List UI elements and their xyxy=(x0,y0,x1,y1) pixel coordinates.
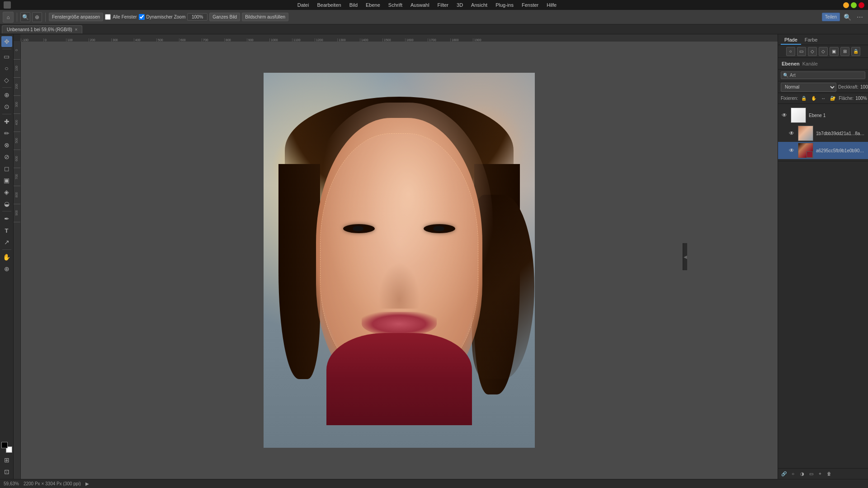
zoom-in-button[interactable]: ⊕ xyxy=(32,12,42,22)
circle-shape-icon[interactable]: ○ xyxy=(786,47,795,56)
sublayer-info-2: a6295cc5fb9b1e0b90e66b8125d1be7 xyxy=(816,148,865,153)
ruler-mark: -100 xyxy=(21,38,43,42)
tab-close-button[interactable]: × xyxy=(75,27,78,32)
tab-farbe[interactable]: Farbe xyxy=(801,36,821,45)
diamond-shape-icon[interactable]: ◇ xyxy=(808,47,817,56)
eyedropper-tool[interactable]: ⊙ xyxy=(1,101,12,112)
maximize-button[interactable] xyxy=(851,2,857,8)
crop-tool[interactable]: ⊕ xyxy=(1,89,12,100)
quick-select-tool[interactable]: ◇ xyxy=(1,75,12,85)
more-shape-icon[interactable]: ◇ xyxy=(819,47,828,56)
menu-hilfe[interactable]: Hilfe xyxy=(543,1,560,9)
ruler-v-mark: 0 xyxy=(14,42,20,60)
dynamic-zoom-checkbox[interactable]: Dynamischer Zoom xyxy=(139,14,186,20)
lock-layer-icon[interactable]: 🔒 xyxy=(851,47,860,56)
rect-shape-icon[interactable]: ▭ xyxy=(797,47,806,56)
arrow-status[interactable]: ▶ xyxy=(85,481,89,486)
minimize-button[interactable] xyxy=(843,2,849,8)
menu-bearbeiten[interactable]: Bearbeiten xyxy=(313,1,344,9)
artboard-icon[interactable]: ⊞ xyxy=(840,47,849,56)
fit-window-button[interactable]: Fenstergröße anpassen xyxy=(49,13,103,21)
search-global-button[interactable]: 🔍 xyxy=(842,12,853,23)
dynamic-zoom-input[interactable] xyxy=(139,14,145,20)
layer-item-ebene1[interactable]: 👁 Ebene 1 xyxy=(778,106,868,125)
ruler-v-marks: 0 100 200 300 400 500 600 700 800 900 xyxy=(14,42,20,479)
create-group-button[interactable]: ▭ xyxy=(807,470,815,478)
pen-tool[interactable]: ✒ xyxy=(1,213,12,224)
menu-auswahl[interactable]: Auswahl xyxy=(407,1,433,9)
add-mask-button[interactable]: ○ xyxy=(789,470,797,478)
face-area xyxy=(295,103,503,410)
sublayer-visibility-1[interactable]: 👁 xyxy=(788,130,795,137)
path-select-tool[interactable]: ↗ xyxy=(1,237,12,248)
brush-tool[interactable]: ✏ xyxy=(1,128,12,139)
sublayer-info-1: 1b7dbb39dd21a1...8a5fcda93d15e72 xyxy=(816,131,865,136)
type-tool[interactable]: T xyxy=(1,225,12,236)
lock-pixels-btn[interactable]: 🔒 xyxy=(800,95,808,101)
menu-3d[interactable]: 3D xyxy=(453,1,467,9)
lock-art-btn[interactable]: ↔ xyxy=(820,95,827,101)
whole-image-button[interactable]: Ganzes Bild xyxy=(209,13,240,21)
share-button[interactable]: Teilen xyxy=(822,13,840,21)
all-windows-input[interactable] xyxy=(105,14,111,20)
blend-mode-select[interactable]: NormalAuflösenAbdunkelnMultiplizierenFar… xyxy=(781,83,836,92)
menu-datei[interactable]: Datei xyxy=(294,1,313,9)
menu-schrift[interactable]: Schrift xyxy=(385,1,406,9)
panel-collapse-handle[interactable]: ◀ xyxy=(683,243,687,270)
tab-kanaele[interactable]: Kanäle xyxy=(802,61,818,66)
ruler-top: -100 0 100 200 300 400 500 600 700 800 9… xyxy=(14,34,778,42)
more-options-button[interactable]: ⋯ xyxy=(854,12,865,23)
tab-ebenen[interactable]: Ebenen xyxy=(782,61,800,66)
lasso-tool[interactable]: ○ xyxy=(1,63,12,74)
menu-filter[interactable]: Filter xyxy=(434,1,452,9)
zoom-out-button[interactable]: 🔍 xyxy=(20,12,30,22)
healing-tool[interactable]: ✚ xyxy=(1,116,12,127)
lock-position-btn[interactable]: ✋ xyxy=(810,95,818,101)
lock-all-btn[interactable]: 🔐 xyxy=(829,95,837,101)
menu-fenster[interactable]: Fenster xyxy=(518,1,542,9)
tool-separator-5 xyxy=(2,249,11,250)
quick-mask-button[interactable]: ⊞ xyxy=(1,455,12,465)
menu-ansicht[interactable]: Ansicht xyxy=(467,1,491,9)
screen-mode-button[interactable]: ⊡ xyxy=(1,466,12,477)
all-windows-checkbox[interactable]: Alle Fenster xyxy=(105,14,137,20)
menu-plugins[interactable]: Plug-ins xyxy=(492,1,517,9)
clothing-area xyxy=(326,333,472,425)
color-swatches[interactable] xyxy=(1,442,12,453)
create-layer-button[interactable]: + xyxy=(816,470,824,478)
clone-tool[interactable]: ⊗ xyxy=(1,140,12,150)
zoom-tool[interactable]: ⊕ xyxy=(1,263,12,274)
move-tool[interactable]: ✥ xyxy=(1,36,12,47)
sublayer-item-1[interactable]: 👁 1b7dbb39dd21a1...8a5fcda93d15e72 xyxy=(778,125,868,142)
tab-pfade[interactable]: Pfade xyxy=(781,36,801,45)
sublayer-visibility-2[interactable]: 👁 xyxy=(788,147,795,154)
hand-tool[interactable]: ✋ xyxy=(1,252,12,263)
delete-layer-button[interactable]: 🗑 xyxy=(825,470,833,478)
search-icon: 🔍 xyxy=(783,73,788,78)
toolbar-separator xyxy=(17,13,17,22)
document-tab[interactable]: Unbenannt-1 bei 59,6% (RGB/8) × xyxy=(2,25,82,33)
portrait-background xyxy=(264,73,535,448)
frame-icon[interactable]: ▣ xyxy=(830,47,839,56)
close-button[interactable] xyxy=(859,2,864,8)
menu-bild[interactable]: Bild xyxy=(346,1,361,9)
link-layers-button[interactable]: 🔗 xyxy=(780,470,788,478)
history-brush-tool[interactable]: ⊘ xyxy=(1,151,12,162)
eraser-tool[interactable]: ◻ xyxy=(1,163,12,174)
dynamic-zoom-label: Dynamischer Zoom xyxy=(146,14,186,19)
layer-visibility-toggle[interactable]: 👁 xyxy=(781,112,788,119)
fill-screen-button[interactable]: Bildschirm ausfüllen xyxy=(242,13,288,21)
foreground-color[interactable] xyxy=(1,442,8,448)
marquee-tool[interactable]: ▭ xyxy=(1,51,12,62)
gradient-tool[interactable]: ▣ xyxy=(1,175,12,186)
dodge-tool[interactable]: ◒ xyxy=(1,198,12,209)
add-adjustment-button[interactable]: ◑ xyxy=(798,470,806,478)
home-button[interactable]: ⌂ xyxy=(3,12,14,23)
document-tab-bar: Unbenannt-1 bei 59,6% (RGB/8) × xyxy=(0,24,868,34)
menu-ebene[interactable]: Ebene xyxy=(362,1,384,9)
ruler-mark: 1600 xyxy=(405,38,428,42)
canvas-viewport[interactable] xyxy=(21,42,778,479)
blur-tool[interactable]: ◈ xyxy=(1,187,12,197)
layer-search-container[interactable]: 🔍 Art xyxy=(781,71,865,79)
sublayer-item-2[interactable]: 👁 a6295cc5fb9b1e0b90e66b8125d1be7 xyxy=(778,142,868,159)
